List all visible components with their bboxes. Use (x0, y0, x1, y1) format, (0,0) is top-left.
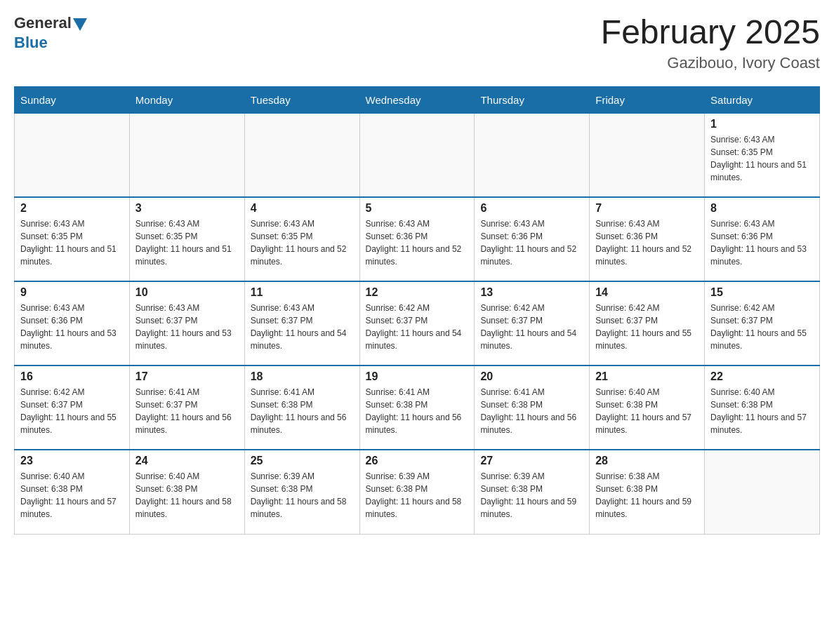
day-number: 17 (135, 370, 239, 383)
calendar-cell: 19Sunrise: 6:41 AMSunset: 6:38 PMDayligh… (359, 365, 475, 450)
calendar-cell: 10Sunrise: 6:43 AMSunset: 6:37 PMDayligh… (129, 281, 244, 365)
day-sun-info: Sunrise: 6:42 AMSunset: 6:37 PMDaylight:… (710, 302, 814, 352)
calendar-cell: 17Sunrise: 6:41 AMSunset: 6:37 PMDayligh… (129, 365, 244, 450)
calendar-cell: 12Sunrise: 6:42 AMSunset: 6:37 PMDayligh… (359, 281, 475, 365)
day-sun-info: Sunrise: 6:40 AMSunset: 6:38 PMDaylight:… (710, 386, 814, 436)
weekday-header-friday: Friday (590, 86, 705, 113)
day-number: 2 (20, 202, 124, 215)
day-number: 27 (480, 455, 583, 467)
weekday-header-sunday: Sunday (15, 86, 130, 113)
day-sun-info: Sunrise: 6:39 AMSunset: 6:38 PMDaylight:… (480, 470, 583, 521)
calendar-cell: 14Sunrise: 6:42 AMSunset: 6:37 PMDayligh… (590, 281, 705, 365)
day-number: 3 (135, 202, 239, 215)
day-sun-info: Sunrise: 6:43 AMSunset: 6:36 PMDaylight:… (366, 217, 469, 268)
calendar-week-row-5: 23Sunrise: 6:40 AMSunset: 6:38 PMDayligh… (15, 450, 820, 534)
calendar-cell: 23Sunrise: 6:40 AMSunset: 6:38 PMDayligh… (15, 450, 130, 534)
calendar-cell: 2Sunrise: 6:43 AMSunset: 6:35 PMDaylight… (15, 197, 130, 281)
calendar-cell: 25Sunrise: 6:39 AMSunset: 6:38 PMDayligh… (244, 450, 359, 534)
calendar-cell: 11Sunrise: 6:43 AMSunset: 6:37 PMDayligh… (244, 281, 359, 365)
day-sun-info: Sunrise: 6:43 AMSunset: 6:36 PMDaylight:… (480, 217, 583, 268)
calendar-cell: 9Sunrise: 6:43 AMSunset: 6:36 PMDaylight… (15, 281, 130, 365)
logo: General Blue (14, 14, 87, 52)
calendar-week-row-1: 1Sunrise: 6:43 AMSunset: 6:35 PMDaylight… (15, 113, 820, 197)
calendar-cell: 16Sunrise: 6:42 AMSunset: 6:37 PMDayligh… (15, 365, 130, 450)
day-number: 12 (366, 286, 469, 299)
day-number: 26 (366, 455, 469, 467)
day-number: 21 (595, 370, 699, 383)
day-sun-info: Sunrise: 6:42 AMSunset: 6:37 PMDaylight:… (480, 302, 583, 352)
day-sun-info: Sunrise: 6:40 AMSunset: 6:38 PMDaylight:… (595, 386, 699, 436)
day-number: 28 (595, 455, 699, 467)
logo-general-text: General (14, 14, 72, 32)
calendar-cell: 7Sunrise: 6:43 AMSunset: 6:36 PMDaylight… (590, 197, 705, 281)
day-sun-info: Sunrise: 6:41 AMSunset: 6:38 PMDaylight:… (480, 386, 583, 436)
calendar-week-row-4: 16Sunrise: 6:42 AMSunset: 6:37 PMDayligh… (15, 365, 820, 450)
day-number: 22 (710, 370, 814, 383)
day-sun-info: Sunrise: 6:40 AMSunset: 6:38 PMDaylight:… (135, 470, 239, 521)
location-title: Gazibouo, Ivory Coast (601, 54, 820, 72)
weekday-header-tuesday: Tuesday (244, 86, 359, 113)
day-number: 1 (710, 118, 814, 130)
day-sun-info: Sunrise: 6:43 AMSunset: 6:35 PMDaylight:… (710, 133, 814, 184)
day-number: 7 (595, 202, 699, 215)
day-sun-info: Sunrise: 6:42 AMSunset: 6:37 PMDaylight:… (20, 386, 124, 436)
day-number: 18 (251, 370, 354, 383)
day-number: 16 (20, 370, 124, 383)
day-number: 14 (595, 286, 699, 299)
day-sun-info: Sunrise: 6:42 AMSunset: 6:37 PMDaylight:… (595, 302, 699, 352)
calendar-cell (15, 113, 130, 197)
calendar-week-row-3: 9Sunrise: 6:43 AMSunset: 6:36 PMDaylight… (15, 281, 820, 365)
day-sun-info: Sunrise: 6:43 AMSunset: 6:35 PMDaylight:… (135, 217, 239, 268)
month-title: February 2025 (601, 14, 820, 51)
calendar-cell: 4Sunrise: 6:43 AMSunset: 6:35 PMDaylight… (244, 197, 359, 281)
day-sun-info: Sunrise: 6:41 AMSunset: 6:37 PMDaylight:… (135, 386, 239, 436)
day-number: 9 (20, 286, 124, 299)
calendar-cell: 8Sunrise: 6:43 AMSunset: 6:36 PMDaylight… (705, 197, 820, 281)
calendar-cell: 15Sunrise: 6:42 AMSunset: 6:37 PMDayligh… (705, 281, 820, 365)
calendar-table: SundayMondayTuesdayWednesdayThursdayFrid… (14, 86, 820, 535)
day-sun-info: Sunrise: 6:41 AMSunset: 6:38 PMDaylight:… (366, 386, 469, 436)
calendar-cell (359, 113, 475, 197)
calendar-cell (244, 113, 359, 197)
day-number: 25 (251, 455, 354, 467)
day-sun-info: Sunrise: 6:41 AMSunset: 6:38 PMDaylight:… (251, 386, 354, 436)
day-number: 20 (480, 370, 583, 383)
day-sun-info: Sunrise: 6:43 AMSunset: 6:37 PMDaylight:… (135, 302, 239, 352)
weekday-header-thursday: Thursday (475, 86, 590, 113)
weekday-header-monday: Monday (129, 86, 244, 113)
day-sun-info: Sunrise: 6:43 AMSunset: 6:36 PMDaylight:… (20, 302, 124, 352)
day-number: 11 (251, 286, 354, 299)
calendar-cell: 27Sunrise: 6:39 AMSunset: 6:38 PMDayligh… (475, 450, 590, 534)
day-sun-info: Sunrise: 6:38 AMSunset: 6:38 PMDaylight:… (595, 470, 699, 521)
day-number: 5 (366, 202, 469, 215)
calendar-cell: 6Sunrise: 6:43 AMSunset: 6:36 PMDaylight… (475, 197, 590, 281)
day-number: 4 (251, 202, 354, 215)
day-sun-info: Sunrise: 6:43 AMSunset: 6:36 PMDaylight:… (710, 217, 814, 268)
day-number: 15 (710, 286, 814, 299)
day-sun-info: Sunrise: 6:43 AMSunset: 6:36 PMDaylight:… (595, 217, 699, 268)
day-sun-info: Sunrise: 6:43 AMSunset: 6:35 PMDaylight:… (20, 217, 124, 268)
page-header: General Blue February 2025 Gazibouo, Ivo… (14, 14, 820, 72)
weekday-header-wednesday: Wednesday (359, 86, 475, 113)
calendar-cell: 13Sunrise: 6:42 AMSunset: 6:37 PMDayligh… (475, 281, 590, 365)
calendar-cell (705, 450, 820, 534)
calendar-week-row-2: 2Sunrise: 6:43 AMSunset: 6:35 PMDaylight… (15, 197, 820, 281)
calendar-cell (590, 113, 705, 197)
day-sun-info: Sunrise: 6:43 AMSunset: 6:37 PMDaylight:… (251, 302, 354, 352)
day-sun-info: Sunrise: 6:40 AMSunset: 6:38 PMDaylight:… (20, 470, 124, 521)
calendar-cell: 24Sunrise: 6:40 AMSunset: 6:38 PMDayligh… (129, 450, 244, 534)
weekday-header-saturday: Saturday (705, 86, 820, 113)
calendar-cell: 21Sunrise: 6:40 AMSunset: 6:38 PMDayligh… (590, 365, 705, 450)
calendar-cell: 18Sunrise: 6:41 AMSunset: 6:38 PMDayligh… (244, 365, 359, 450)
day-number: 19 (366, 370, 469, 383)
day-sun-info: Sunrise: 6:39 AMSunset: 6:38 PMDaylight:… (251, 470, 354, 521)
day-number: 6 (480, 202, 583, 215)
day-sun-info: Sunrise: 6:39 AMSunset: 6:38 PMDaylight:… (366, 470, 469, 521)
day-number: 23 (20, 455, 124, 467)
day-number: 13 (480, 286, 583, 299)
day-sun-info: Sunrise: 6:43 AMSunset: 6:35 PMDaylight:… (251, 217, 354, 268)
calendar-cell: 3Sunrise: 6:43 AMSunset: 6:35 PMDaylight… (129, 197, 244, 281)
calendar-cell: 26Sunrise: 6:39 AMSunset: 6:38 PMDayligh… (359, 450, 475, 534)
day-number: 24 (135, 455, 239, 467)
title-block: February 2025 Gazibouo, Ivory Coast (601, 14, 820, 72)
